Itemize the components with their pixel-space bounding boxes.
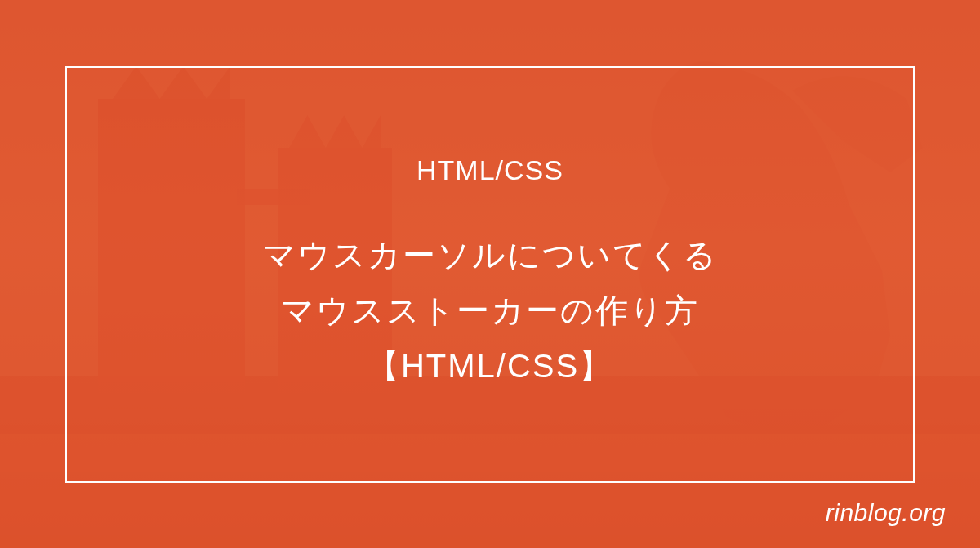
- title-line-2: マウスストーカーの作り方: [262, 283, 718, 338]
- article-title: マウスカーソルについてくる マウスストーカーの作り方 【HTML/CSS】: [262, 227, 718, 394]
- title-line-1: マウスカーソルについてくる: [262, 227, 718, 283]
- site-name: rinblog.org: [826, 499, 946, 527]
- category-label: HTML/CSS: [416, 154, 564, 186]
- title-frame: HTML/CSS マウスカーソルについてくる マウスストーカーの作り方 【HTM…: [65, 66, 915, 483]
- content-container: HTML/CSS マウスカーソルについてくる マウスストーカーの作り方 【HTM…: [0, 0, 980, 548]
- title-line-3: 【HTML/CSS】: [262, 338, 718, 394]
